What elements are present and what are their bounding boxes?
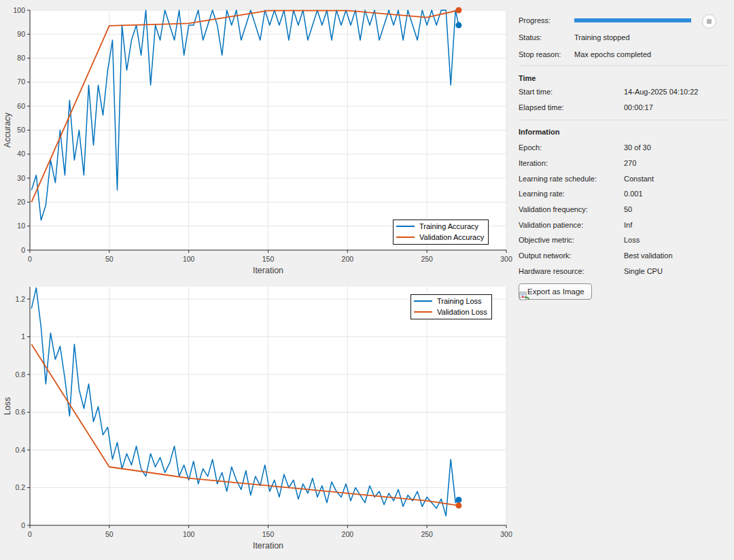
information-heading: Information — [519, 128, 730, 136]
svg-text:300: 300 — [500, 530, 512, 538]
svg-text:0.4: 0.4 — [15, 446, 25, 454]
svg-text:10: 10 — [17, 222, 25, 230]
progress-label: Progress: — [519, 16, 574, 24]
validation-patience-row: Validation patience: Inf — [519, 221, 730, 229]
loss-chart: 05010015020025030000.20.40.60.811.2Itera… — [0, 280, 513, 560]
svg-text:300: 300 — [500, 255, 512, 263]
svg-text:50: 50 — [105, 255, 113, 263]
learning-rate-row: Learning rate: 0.001 — [519, 190, 730, 198]
legend-item-validation-loss: Validation Loss — [414, 307, 487, 317]
svg-text:30: 30 — [17, 174, 25, 182]
legend-item-training-accuracy: Training Accuracy — [396, 221, 484, 232]
start-time-label: Start time: — [519, 88, 624, 96]
validation-patience-label: Validation patience: — [519, 221, 624, 229]
legend-label: Validation Accuracy — [419, 232, 484, 243]
svg-text:1.2: 1.2 — [15, 295, 25, 303]
export-as-image-button[interactable]: Export as Image — [519, 283, 592, 300]
svg-text:50: 50 — [105, 530, 113, 538]
svg-text:50: 50 — [17, 126, 25, 134]
svg-text:0: 0 — [21, 246, 25, 254]
learning-rate-label: Learning rate: — [519, 190, 624, 198]
svg-text:0: 0 — [28, 530, 32, 538]
status-row: Status: Training stopped — [519, 33, 730, 41]
objective-metric-label: Objective metric: — [519, 236, 624, 244]
accuracy-legend: Training Accuracy Validation Accuracy — [393, 220, 489, 245]
svg-text:150: 150 — [262, 255, 275, 263]
lr-schedule-label: Learning rate schedule: — [519, 175, 624, 183]
legend-label: Training Accuracy — [419, 221, 478, 232]
svg-text:70: 70 — [17, 77, 25, 86]
stop-icon — [707, 19, 712, 24]
progress-bar — [574, 18, 691, 22]
section-divider — [519, 65, 727, 66]
stop-training-button[interactable] — [702, 14, 716, 29]
svg-text:0.6: 0.6 — [15, 408, 25, 416]
svg-text:1: 1 — [21, 332, 25, 340]
svg-text:100: 100 — [13, 6, 25, 14]
svg-text:0: 0 — [28, 255, 32, 263]
svg-text:250: 250 — [421, 530, 433, 538]
iteration-label: Iteration: — [519, 159, 624, 167]
svg-text:100: 100 — [183, 530, 195, 538]
hardware-resource-value: Single CPU — [624, 267, 663, 275]
output-network-value: Best validation — [624, 251, 673, 260]
objective-metric-value: Loss — [624, 236, 640, 244]
epoch-label: Epoch: — [519, 143, 624, 152]
hardware-resource-label: Hardware resource: — [519, 267, 624, 275]
output-network-label: Output network: — [519, 251, 624, 260]
lr-schedule-value: Constant — [624, 175, 654, 183]
validation-patience-value: Inf — [624, 221, 632, 229]
epoch-row: Epoch: 30 of 30 — [519, 143, 730, 152]
hardware-resource-row: Hardware resource: Single CPU — [519, 267, 730, 275]
loss-legend: Training Loss Validation Loss — [410, 294, 492, 319]
start-time-row: Start time: 14-Aug-2025 04:10:22 — [519, 88, 730, 96]
objective-metric-row: Objective metric: Loss — [519, 236, 730, 244]
svg-text:200: 200 — [342, 255, 354, 263]
svg-text:Iteration: Iteration — [253, 541, 283, 550]
legend-item-training-loss: Training Loss — [414, 296, 487, 307]
training-line-sample — [396, 226, 415, 227]
validation-frequency-value: 50 — [624, 205, 632, 213]
svg-text:0: 0 — [21, 521, 25, 529]
legend-item-validation-accuracy: Validation Accuracy — [396, 232, 484, 243]
learning-rate-value: 0.001 — [624, 190, 643, 198]
elapsed-time-row: Elapsed time: 00:00:17 — [519, 103, 730, 111]
training-progress-window: 0501001502002503000102030405060708090100… — [0, 0, 734, 560]
svg-text:60: 60 — [17, 102, 25, 110]
validation-frequency-row: Validation frequency: 50 — [519, 205, 730, 213]
validation-frequency-label: Validation frequency: — [519, 205, 624, 213]
elapsed-time-value: 00:00:17 — [624, 103, 653, 111]
export-button-label: Export as Image — [527, 287, 584, 296]
start-time-value: 14-Aug-2025 04:10:22 — [624, 88, 698, 96]
progress-bar-fill — [574, 18, 691, 22]
iteration-value: 270 — [624, 159, 636, 167]
time-heading: Time — [519, 74, 730, 82]
progress-row: Progress: — [519, 16, 730, 24]
svg-text:0.8: 0.8 — [15, 370, 25, 379]
svg-text:Loss: Loss — [3, 397, 12, 415]
status-value: Training stopped — [574, 33, 630, 41]
svg-text:40: 40 — [17, 150, 25, 158]
training-info-panel: Progress: Status: Training stopped Stop … — [513, 0, 734, 560]
svg-text:Iteration: Iteration — [253, 266, 283, 275]
svg-text:20: 20 — [17, 198, 25, 206]
svg-text:90: 90 — [17, 30, 25, 38]
iteration-row: Iteration: 270 — [519, 159, 730, 167]
section-divider — [519, 120, 727, 120]
svg-text:100: 100 — [183, 255, 195, 263]
svg-text:0.2: 0.2 — [15, 483, 25, 491]
epoch-value: 30 of 30 — [624, 143, 651, 152]
lr-schedule-row: Learning rate schedule: Constant — [519, 175, 730, 183]
stop-reason-row: Stop reason: Max epochs completed — [519, 50, 730, 58]
validation-line-sample — [414, 311, 432, 313]
svg-text:80: 80 — [17, 54, 25, 62]
svg-text:Accuracy: Accuracy — [3, 112, 12, 147]
validation-line-sample — [396, 237, 415, 238]
status-label: Status: — [519, 33, 574, 41]
stop-reason-label: Stop reason: — [519, 50, 574, 58]
training-line-sample — [414, 300, 432, 302]
elapsed-time-label: Elapsed time: — [519, 103, 624, 111]
legend-label: Validation Loss — [437, 307, 487, 317]
stop-reason-value: Max epochs completed — [574, 50, 651, 58]
svg-text:200: 200 — [342, 530, 354, 538]
